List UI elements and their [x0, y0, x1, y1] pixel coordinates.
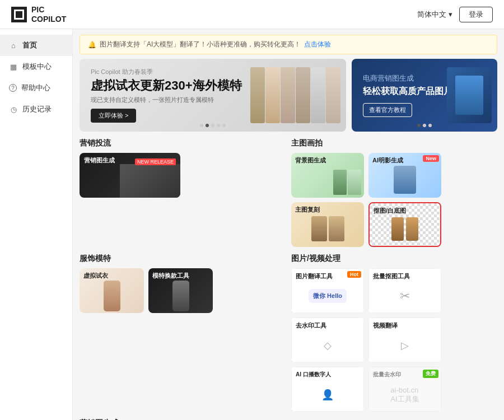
header: PIC COPILOT 简体中文 ▾ 登录 — [0, 0, 504, 29]
tool-card-translate[interactable]: 图片翻译工具 Hot 微你 Hello — [291, 268, 364, 313]
chevron-down-icon: ▾ — [449, 10, 452, 18]
help-icon: ? — [9, 84, 17, 92]
banner-right-title: 轻松获取高质产品图片 — [363, 86, 452, 97]
main-sections: 营销投流 营销图生成 NEW RELEASE 主图画拍 — [73, 138, 504, 420]
virtual-fitting-label: 虚拟试衣 — [83, 272, 108, 280]
tool-card-ai-avatar[interactable]: AI 口播数字人 👤 — [291, 367, 364, 412]
banner-dot[interactable] — [217, 124, 220, 127]
fashion-section: 服饰模特 虚拟试衣 模特换款工具 — [80, 254, 286, 412]
tool-card-model-change[interactable]: 模特换款工具 — [148, 268, 213, 313]
model-strip — [250, 59, 340, 132]
translate-demo: 微你 Hello — [309, 289, 347, 303]
logo-icon — [11, 7, 27, 22]
banner-dot[interactable] — [222, 124, 226, 127]
tool-card-video-translate[interactable]: 视频翻译 ▷ — [368, 318, 441, 362]
image-video-section: 图片/视频处理 图片翻译工具 Hot 微你 Hello — [291, 254, 497, 412]
lang-selector[interactable]: 简体中文 ▾ — [417, 10, 452, 20]
marketing-section: 营销投流 营销图生成 NEW RELEASE — [80, 138, 286, 247]
notice-link[interactable]: 点击体验 — [304, 40, 331, 49]
banner-dot-active[interactable] — [206, 124, 209, 127]
batch-cutout-label: 批量抠图工具 — [373, 272, 410, 281]
logo: PIC COPILOT — [11, 5, 66, 24]
watermark-watermark: ai-bot.cnAI工具集 — [390, 386, 419, 404]
ai-light-label: AI明影生成 — [372, 156, 403, 165]
logo-text: PIC COPILOT — [31, 5, 66, 24]
sidebar-item-history[interactable]: ◷ 历史记录 — [0, 99, 72, 120]
fashion-title: 服饰模特 — [80, 254, 286, 264]
tool-card-batch-cutout[interactable]: 批量抠图工具 ✂ — [368, 268, 441, 313]
main-photo-title: 主图画拍 — [291, 138, 497, 148]
image-video-title: 图片/视频处理 — [291, 254, 497, 264]
fashion-tools: 虚拟试衣 模特换款工具 — [80, 268, 286, 313]
tool-card-ai-light[interactable]: AI明影生成 New — [368, 153, 441, 198]
banner-dot[interactable] — [200, 124, 203, 127]
notice-icon: 🔔 — [88, 41, 96, 49]
marketing-title: 营销投流 — [80, 138, 286, 148]
notice-bar: 🔔 图片翻译支持「AI大模型」翻译了！小语种更准确，购买转化更高！ 点击体验 — [80, 35, 497, 54]
bg-gen-label: 背景图生成 — [295, 156, 326, 165]
banner-right-dots — [417, 124, 432, 127]
banner-title: 虚拟试衣更新230+海外模特 — [91, 78, 242, 93]
home-icon: ⌂ — [9, 41, 18, 50]
banner-right[interactable]: 电商营销图生成 轻松获取高质产品图片 查看官方教程 — [352, 59, 497, 132]
top-sections-row: 营销投流 营销图生成 NEW RELEASE 主图画拍 — [80, 138, 497, 247]
sidebar-item-home[interactable]: ⌂ 首页 — [0, 35, 72, 56]
tool-card-batch-watermark[interactable]: 批量去水印 免费 ai-bot.cnAI工具集 — [368, 367, 441, 412]
translate-label: 图片翻译工具 — [296, 272, 333, 281]
watermark-label: 去水印工具 — [296, 321, 326, 330]
banner-subtitle: 现已支持自定义模特，一张照片打造专属模特 — [91, 96, 242, 104]
banner-right-subtitle: 电商营销图生成 — [363, 73, 452, 83]
main-layout: ⌂ 首页 ▦ 模板中心 ? 帮助中心 ◷ 历史记录 🔔 图片翻译支持「AI大模型… — [0, 29, 504, 420]
marketing-tools: 营销图生成 NEW RELEASE — [80, 153, 286, 198]
template-icon: ▦ — [9, 62, 18, 71]
model-change-label: 模特换款工具 — [152, 272, 189, 280]
banner-tag: Pic Copilot 助力春装季 — [91, 68, 242, 76]
main-photo-section: 主图画拍 背景图生成 — [291, 138, 497, 247]
banner-product-image — [447, 67, 492, 123]
main-photo-tools: 背景图生成 AI明影生成 New — [291, 153, 497, 247]
new-release-badge: NEW RELEASE — [135, 158, 176, 165]
cutout-label: 抠图/白底图 — [374, 207, 406, 215]
notice-text: 图片翻译支持「AI大模型」翻译了！小语种更准确，购买转化更高！ — [100, 40, 301, 49]
batch-watermark-label: 批量去水印 — [373, 371, 401, 379]
banner-left[interactable]: Pic Copilot 助力春装季 虚拟试衣更新230+海外模特 现已支持自定义… — [80, 59, 346, 132]
sidebar-item-help[interactable]: ? 帮助中心 — [0, 77, 72, 99]
banner-right-btn[interactable]: 查看官方教程 — [363, 103, 412, 117]
sidebar: ⌂ 首页 ▦ 模板中心 ? 帮助中心 ◷ 历史记录 — [0, 29, 73, 420]
tool-card-background[interactable]: 背景图生成 — [291, 153, 364, 198]
new-badge: New — [423, 155, 439, 162]
banner-left-btn[interactable]: 立即体验 > — [91, 109, 136, 123]
main-replicate-label: 主图复刻 — [295, 206, 320, 214]
tool-card-main-replicate[interactable]: 主图复刻 — [291, 202, 364, 247]
hot-badge: Hot — [347, 271, 361, 278]
tool-card-yingxiao[interactable]: 营销图生成 NEW RELEASE — [80, 153, 180, 198]
sidebar-item-templates[interactable]: ▦ 模板中心 — [0, 56, 72, 77]
video-translate-label: 视频翻译 — [373, 321, 398, 330]
content-area: 🔔 图片翻译支持「AI大模型」翻译了！小语种更准确，购买转化更高！ 点击体验 P… — [73, 29, 504, 420]
tool-card-watermark[interactable]: 去水印工具 ◇ — [291, 318, 364, 362]
banner-dot[interactable] — [211, 124, 214, 127]
login-button[interactable]: 登录 — [459, 7, 493, 22]
ai-avatar-label: AI 口播数字人 — [296, 371, 331, 379]
header-right: 简体中文 ▾ 登录 — [417, 7, 493, 22]
tool-card-cutout[interactable]: 抠图/白底图 — [368, 202, 441, 247]
free-badge: 免费 — [423, 370, 438, 378]
tool-label: 营销图生成 — [84, 156, 115, 165]
second-sections-row: 服饰模特 虚拟试衣 模特换款工具 — [80, 254, 497, 412]
banner-area: Pic Copilot 助力春装季 虚拟试衣更新230+海外模特 现已支持自定义… — [80, 59, 497, 132]
tool-card-virtual-fitting[interactable]: 虚拟试衣 — [80, 268, 144, 313]
history-icon: ◷ — [9, 105, 18, 114]
banner-dots — [200, 124, 226, 127]
image-video-tools: 图片翻译工具 Hot 微你 Hello 批量抠图工具 ✂ — [291, 268, 497, 412]
